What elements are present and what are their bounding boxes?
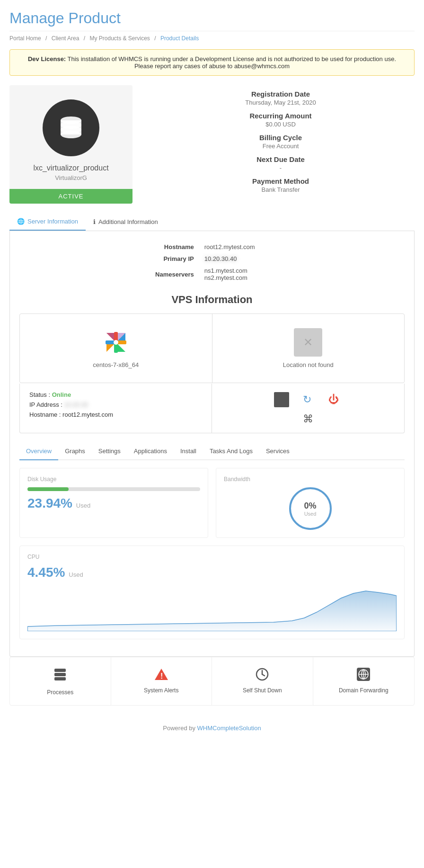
billing-cycle-label: Billing Cycle: [147, 134, 415, 142]
breadcrumb-my-products[interactable]: My Products & Services: [89, 35, 150, 42]
system-alerts-action[interactable]: ! System Alerts: [111, 657, 212, 705]
tab-settings[interactable]: Settings: [92, 443, 127, 460]
system-alerts-icon: !: [154, 667, 169, 683]
processes-action[interactable]: Processes: [10, 657, 111, 705]
cpu-value-row: 4.45% Used: [27, 565, 397, 580]
status-value: Online: [52, 391, 71, 398]
vps-status-row: Status : Online IP Address : 10.20.30 Ho…: [19, 384, 405, 433]
footer-link[interactable]: WHMCompleteSolution: [197, 725, 261, 732]
next-due-date-label: Next Due Date: [147, 155, 415, 163]
status-label: Status :: [29, 391, 52, 398]
ip-value: 10.20.30: [64, 401, 88, 408]
primary-ip-label: Primary IP: [95, 253, 199, 264]
svg-rect-19: [54, 677, 66, 680]
registration-date-row: Registration Date Thursday, May 21st, 20…: [147, 90, 415, 106]
processes-label: Processes: [47, 689, 73, 696]
tab-tasks-and-logs[interactable]: Tasks And Logs: [203, 443, 259, 460]
svg-line-24: [262, 674, 265, 676]
vps-os-card: centos-7-x86_64: [20, 314, 212, 383]
self-shutdown-action[interactable]: Self Shut Down: [212, 657, 313, 705]
info-icon: ℹ: [93, 218, 96, 225]
breadcrumb-client-area[interactable]: Client Area: [52, 35, 80, 42]
server-info-tab-label: Server Information: [27, 218, 78, 225]
cpu-percent: 4.45%: [27, 565, 65, 580]
tab-additional-information[interactable]: ℹ Additional Information: [86, 213, 166, 231]
nameservers-value: ns1.mytest.com ns2.mytest.com: [200, 265, 329, 283]
terminal-button[interactable]: ⌘: [303, 413, 313, 425]
tab-server-information[interactable]: 🌐 Server Information: [9, 213, 86, 231]
product-name: lxc_virtualizor_product: [19, 164, 123, 172]
payment-method-value: Bank Transfer: [147, 186, 415, 193]
payment-method-label: Payment Method: [147, 177, 415, 185]
bandwidth-label: Bandwidth: [224, 476, 250, 483]
metrics-grid: Disk Usage 23.94% Used Bandwidth 0% Used: [19, 468, 405, 538]
disk-usage-label: Disk Usage: [27, 476, 200, 483]
os-icon: [102, 328, 130, 357]
ip-label: IP Address :: [29, 401, 64, 408]
recurring-amount-row: Recurring Amount $0.00 USD: [147, 112, 415, 128]
vps-grid: centos-7-x86_64 Location not found: [19, 313, 405, 383]
terminal-row: ⌘: [303, 413, 313, 425]
bandwidth-circle: 0% Used: [289, 487, 332, 530]
hostname-label: Hostname: [95, 242, 199, 252]
dev-notice-prefix: Dev License:: [28, 55, 66, 63]
next-due-date-value: -: [147, 164, 415, 171]
tab-applications[interactable]: Applications: [127, 443, 174, 460]
svg-point-16: [114, 340, 118, 345]
restart-button[interactable]: ↻: [299, 391, 316, 408]
disk-usage-used-label: Used: [76, 502, 90, 509]
additional-info-tab-label: Additional Information: [98, 218, 158, 225]
cpu-used-label: Used: [69, 571, 83, 578]
svg-rect-17: [54, 669, 66, 672]
bandwidth-used-label: Used: [304, 511, 317, 517]
primary-ip-row: Primary IP 10.20.30.40: [95, 253, 329, 264]
dev-notice: Dev License: This installation of WHMCS …: [9, 49, 415, 76]
self-shutdown-icon: [255, 667, 270, 683]
cpu-card: CPU 4.45% Used: [19, 546, 405, 639]
svg-rect-18: [54, 673, 66, 676]
page-title: Manage Product: [9, 9, 415, 27]
self-shutdown-label: Self Shut Down: [243, 687, 282, 694]
breadcrumb-current: Product Details: [160, 35, 199, 42]
server-info-panel: Hostname root12.mytest.com Primary IP 10…: [9, 231, 415, 657]
payment-method-row: Payment Method Bank Transfer: [147, 177, 415, 193]
tab-services[interactable]: Services: [259, 443, 296, 460]
svg-text:!: !: [160, 672, 163, 680]
domain-forwarding-action[interactable]: Domain Forwarding: [313, 657, 415, 705]
vps-location-label: Location not found: [283, 361, 334, 368]
cpu-label: CPU: [27, 554, 397, 560]
recurring-amount-label: Recurring Amount: [147, 112, 415, 120]
primary-ip-value: 10.20.30.40: [200, 253, 329, 264]
system-alerts-label: System Alerts: [144, 687, 178, 694]
product-provider: VirtualizorG: [19, 174, 123, 181]
footer: Powered by WHMCompleteSolution: [9, 715, 415, 741]
overview-tabs: Overview Graphs Settings Applications In…: [19, 443, 405, 460]
domain-forwarding-icon: [356, 667, 371, 683]
product-details: Registration Date Thursday, May 21st, 20…: [147, 85, 415, 204]
vps-hostname-value: root12.mytest.com: [62, 411, 113, 418]
status-row: Status : Online: [29, 391, 202, 398]
stop-button[interactable]: [274, 392, 289, 407]
hostname-row: Hostname root12.mytest.com: [95, 242, 329, 252]
footer-text: Powered by: [163, 725, 197, 732]
vps-info-title: VPS Information: [19, 294, 405, 306]
nameserver-1: ns1.mytest.com: [204, 267, 325, 274]
breadcrumb-portal-home[interactable]: Portal Home: [9, 35, 41, 42]
recurring-amount-value: $0.00 USD: [147, 121, 415, 128]
registration-date-value: Thursday, May 21st, 2020: [147, 99, 415, 106]
power-button[interactable]: ⏻: [325, 391, 342, 408]
svg-point-6: [61, 131, 81, 138]
tab-overview[interactable]: Overview: [19, 443, 58, 460]
billing-cycle-value: Free Account: [147, 143, 415, 150]
product-icon: [43, 99, 99, 156]
product-header: lxc_virtualizor_product VirtualizorG ACT…: [9, 85, 415, 204]
disk-usage-bar-bg: [27, 487, 200, 491]
server-tabs: 🌐 Server Information ℹ Additional Inform…: [9, 213, 415, 231]
bandwidth-card: Bandwidth 0% Used: [216, 468, 405, 538]
tab-install[interactable]: Install: [174, 443, 203, 460]
nameserver-2: ns2.mytest.com: [204, 274, 325, 281]
disk-usage-bar-fill: [27, 487, 69, 491]
tab-graphs[interactable]: Graphs: [58, 443, 92, 460]
billing-cycle-row: Billing Cycle Free Account: [147, 134, 415, 150]
bandwidth-percent: 0%: [304, 501, 316, 511]
